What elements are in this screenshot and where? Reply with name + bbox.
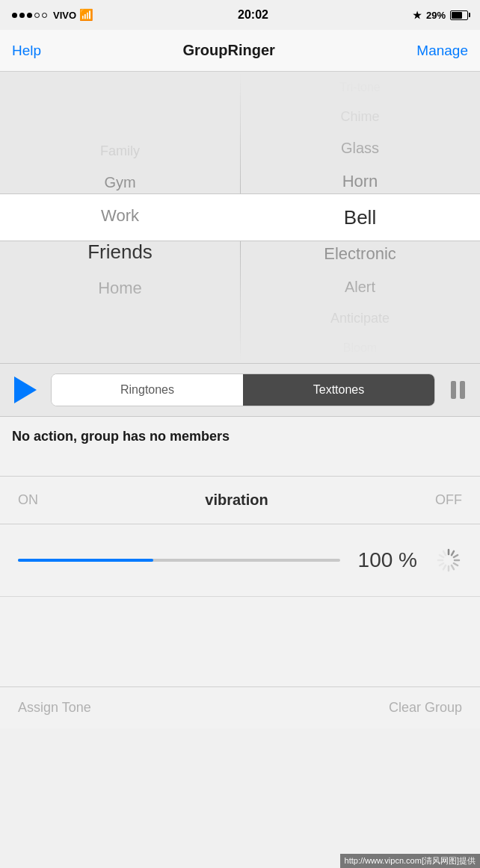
picker-right-item-bell[interactable]: Bell bbox=[240, 199, 480, 237]
bluetooth-icon: ★ bbox=[413, 10, 422, 21]
play-button[interactable] bbox=[12, 376, 39, 403]
spacer bbox=[0, 597, 480, 686]
clear-group-button[interactable]: Clear Group bbox=[389, 700, 462, 716]
status-bar: VIVO 📶 20:02 ★ 29% bbox=[0, 0, 480, 30]
status-right: ★ 29% bbox=[413, 10, 468, 21]
battery-percent: 29% bbox=[426, 10, 446, 21]
app-title: GroupRinger bbox=[183, 42, 275, 59]
assign-tone-button[interactable]: Assign Tone bbox=[18, 700, 91, 716]
svg-line-10 bbox=[440, 555, 443, 557]
svg-line-8 bbox=[440, 563, 443, 565]
progress-fill bbox=[18, 559, 153, 562]
status-time: 20:02 bbox=[238, 8, 268, 22]
picker-right-item-chime[interactable]: Chime bbox=[240, 102, 480, 132]
svg-line-4 bbox=[454, 563, 458, 565]
picker-left-item-work[interactable]: Work bbox=[0, 199, 240, 233]
picker-left-item-gym[interactable]: Gym bbox=[0, 167, 240, 199]
picker-left-item-friends[interactable]: Friends bbox=[0, 233, 240, 271]
loading-spinner bbox=[435, 547, 462, 574]
signal-dot-4 bbox=[34, 13, 40, 18]
play-icon bbox=[14, 376, 37, 403]
svg-line-5 bbox=[452, 565, 454, 569]
progress-area: 100 % bbox=[0, 524, 480, 597]
help-button[interactable]: Help bbox=[12, 43, 41, 59]
picker-right-item-bloom[interactable]: Bloom bbox=[240, 334, 480, 362]
picker-right-item-glass[interactable]: Glass bbox=[240, 132, 480, 164]
signal-dot-2 bbox=[19, 13, 25, 18]
message-text: No action, group has no members bbox=[12, 429, 230, 444]
texttones-tab[interactable]: Texttones bbox=[243, 374, 434, 406]
battery-icon bbox=[450, 10, 468, 20]
vibration-off-label[interactable]: OFF bbox=[435, 492, 462, 508]
nav-bar: Help GroupRinger Manage bbox=[0, 30, 480, 72]
vibration-row[interactable]: ON vibration OFF bbox=[0, 477, 480, 524]
vibration-on-label[interactable]: ON bbox=[18, 492, 38, 508]
picker-right-item-horn[interactable]: Horn bbox=[240, 164, 480, 199]
status-left: VIVO 📶 bbox=[12, 8, 93, 22]
picker-left-item-family[interactable]: Family bbox=[0, 136, 240, 167]
vibration-center-label: vibration bbox=[205, 492, 268, 509]
svg-line-7 bbox=[443, 565, 446, 569]
wifi-icon: 📶 bbox=[79, 8, 93, 22]
picker-right[interactable]: Tri-tone Chime Glass Horn Bell Electroni… bbox=[240, 72, 480, 363]
message-area: No action, group has no members bbox=[0, 417, 480, 477]
signal-dot-5 bbox=[42, 13, 47, 18]
picker-left-item-home[interactable]: Home bbox=[0, 271, 240, 306]
pause-bar-right bbox=[460, 381, 465, 399]
ringtones-tab[interactable]: Ringtones bbox=[52, 374, 243, 406]
picker-right-item-electronic[interactable]: Electronic bbox=[240, 237, 480, 271]
picker-right-item-anticipate[interactable]: Anticipate bbox=[240, 303, 480, 334]
signal-dots bbox=[12, 13, 47, 18]
bottom-bar: Assign Tone Clear Group bbox=[0, 686, 480, 728]
svg-line-1 bbox=[452, 551, 454, 555]
battery-fill bbox=[452, 12, 462, 19]
progress-percent: 100 % bbox=[358, 548, 417, 572]
picker-area[interactable]: Family Gym Work Friends Home Tri-tone Ch… bbox=[0, 72, 480, 363]
signal-dot-3 bbox=[27, 13, 32, 18]
signal-dot-1 bbox=[12, 13, 17, 18]
pause-bar-left bbox=[451, 381, 456, 399]
picker-right-item-alert[interactable]: Alert bbox=[240, 271, 480, 303]
svg-line-11 bbox=[443, 551, 446, 555]
watermark: http://www.vipcn.com[清风网图]提供 bbox=[340, 854, 480, 868]
manage-button[interactable]: Manage bbox=[416, 43, 468, 59]
svg-line-2 bbox=[454, 555, 458, 557]
carrier-label: VIVO bbox=[53, 10, 76, 21]
pause-button[interactable] bbox=[447, 379, 468, 400]
progress-track[interactable] bbox=[18, 559, 340, 562]
picker-right-item-tritone[interactable]: Tri-tone bbox=[240, 73, 480, 102]
segment-control[interactable]: Ringtones Texttones bbox=[51, 373, 435, 406]
picker-left[interactable]: Family Gym Work Friends Home bbox=[0, 72, 240, 363]
segment-row: Ringtones Texttones bbox=[0, 363, 480, 417]
